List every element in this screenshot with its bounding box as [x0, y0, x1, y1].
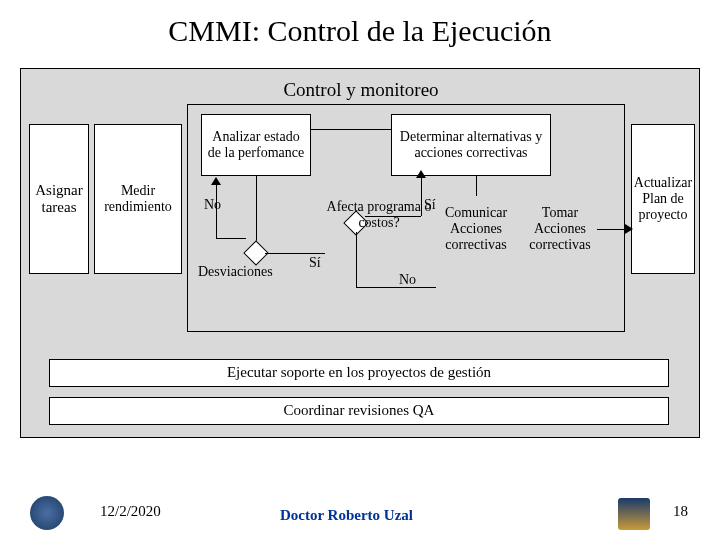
- connector-line: [365, 216, 421, 217]
- ejecutar-bar: Ejecutar soporte en los proyectos de ges…: [49, 359, 669, 387]
- actualizar-box: Actualizar Plan de proyecto: [631, 124, 695, 274]
- asignar-box: Asignar tareas: [29, 124, 89, 274]
- connector-line: [265, 253, 325, 254]
- arrow-icon: [625, 224, 633, 234]
- si-label: Sí: [309, 255, 321, 271]
- page-number: 18: [673, 503, 688, 520]
- tomar-box: Tomar Acciones correctivas: [521, 194, 599, 264]
- medir-box: Medir rendimiento: [94, 124, 182, 274]
- no-label: No: [204, 197, 221, 213]
- arrow-icon: [211, 177, 221, 185]
- slide-title: CMMI: Control de la Ejecución: [0, 0, 720, 56]
- logo-right-icon: [618, 498, 650, 530]
- outer-frame: Control y monitoreo Asignar tareas Medir…: [20, 68, 700, 438]
- connector-line: [421, 176, 422, 216]
- coordinar-bar: Coordinar revisiones QA: [49, 397, 669, 425]
- si2-label: Sí: [424, 197, 436, 213]
- comunicar-box: Comunicar Acciones correctivas: [435, 194, 517, 264]
- analizar-box: Analizar estado de la perfomance: [201, 114, 311, 176]
- no2-label: No: [399, 272, 416, 288]
- desviaciones-label: Desviaciones: [198, 264, 273, 280]
- determinar-box: Determinar alternativas y acciones corre…: [391, 114, 551, 176]
- monitor-title: Control y monitoreo: [211, 79, 511, 101]
- connector-line: [356, 232, 357, 287]
- connector-line: [476, 176, 477, 196]
- footer: 12/2/2020 Doctor Roberto Uzal 18: [0, 490, 720, 540]
- connector-line: [216, 238, 246, 239]
- connector-line: [311, 129, 391, 130]
- logo-left-icon: [30, 496, 64, 530]
- connector-line: [356, 287, 436, 288]
- connector-line: [256, 176, 257, 246]
- footer-author: Doctor Roberto Uzal: [280, 507, 413, 524]
- arrow-icon: [416, 170, 426, 178]
- footer-date: 12/2/2020: [100, 503, 161, 520]
